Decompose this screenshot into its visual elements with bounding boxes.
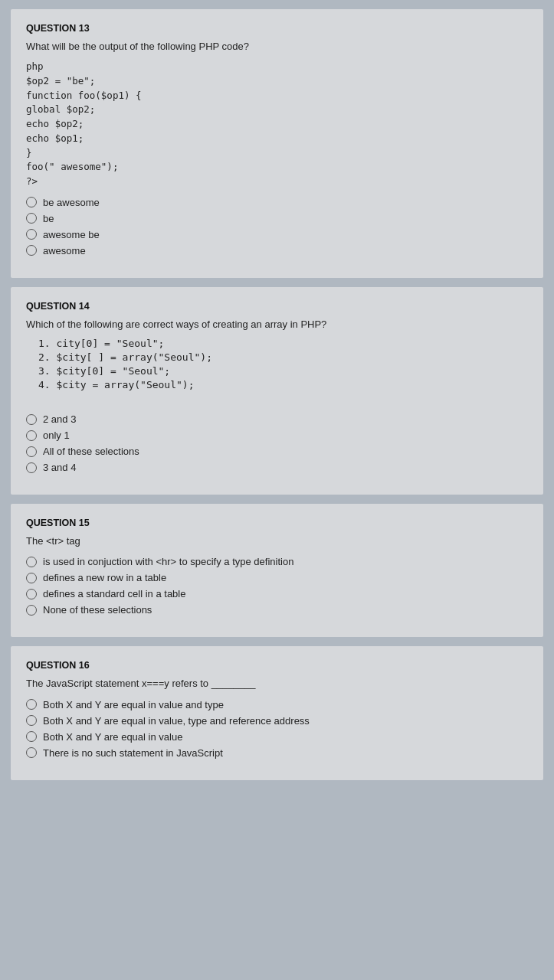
q15-option-1-label: is used in conjuction with <hr> to speci… [43, 556, 293, 567]
question-13-number: QUESTION 13 [26, 23, 528, 34]
q13-radio-3[interactable] [26, 229, 37, 240]
q16-option-3-label: Both X and Y are equal in value [43, 731, 182, 743]
question-14-card: QUESTION 14 Which of the following are c… [11, 287, 543, 495]
q14-radio-2[interactable] [26, 430, 37, 441]
question-15-text: The <tr> tag [26, 534, 528, 548]
q14-option-3-label: All of these selections [43, 446, 139, 457]
q16-option-3[interactable]: Both X and Y are equal in value [26, 731, 528, 743]
q15-option-3-label: defines a standard cell in a table [43, 588, 185, 599]
q15-option-1[interactable]: is used in conjuction with <hr> to speci… [26, 556, 528, 567]
q16-radio-1[interactable] [26, 699, 37, 710]
q16-option-4[interactable]: There is no such statement in JavaScript [26, 747, 528, 759]
question-13-text: What will be the output of the following… [26, 40, 528, 54]
q16-option-1[interactable]: Both X and Y are equal in value and type [26, 699, 528, 710]
q15-radio-3[interactable] [26, 589, 37, 599]
question-14-text: Which of the following are correct ways … [26, 318, 528, 332]
q14-divider [26, 398, 528, 406]
q15-option-4[interactable]: None of these selections [26, 604, 528, 616]
question-15-number: QUESTION 15 [26, 518, 528, 528]
q13-radio-2[interactable] [26, 213, 37, 224]
q13-option-2-label: be [43, 213, 54, 224]
question-13-card: QUESTION 13 What will be the output of t… [11, 9, 543, 278]
q15-radio-1[interactable] [26, 557, 37, 567]
q16-radio-3[interactable] [26, 731, 37, 742]
q16-option-2[interactable]: Both X and Y are equal in value, type an… [26, 715, 528, 727]
q16-radio-4[interactable] [26, 747, 37, 758]
q14-item-3: 3. $city[0] = "Seoul"; [38, 365, 528, 377]
question-16-number: QUESTION 16 [26, 660, 528, 671]
q15-radio-4[interactable] [26, 605, 37, 616]
question-15-card: QUESTION 15 The <tr> tag is used in conj… [11, 504, 543, 637]
q14-radio-3[interactable] [26, 446, 37, 457]
q14-option-4-label: 3 and 4 [43, 462, 76, 473]
question-15-options: is used in conjuction with <hr> to speci… [26, 556, 528, 616]
q13-radio-1[interactable] [26, 197, 37, 207]
q14-item-1: 1. city[0] = "Seoul"; [38, 338, 528, 349]
q16-radio-2[interactable] [26, 715, 37, 726]
q15-option-2[interactable]: defines a new row in a table [26, 572, 528, 583]
q14-option-3[interactable]: All of these selections [26, 446, 528, 457]
q14-option-1[interactable]: 2 and 3 [26, 413, 528, 425]
q13-option-4[interactable]: awesome [26, 245, 528, 256]
q14-item-2: 2. $city[ ] = array("Seoul"); [38, 351, 528, 363]
q13-option-4-label: awesome [43, 245, 86, 256]
q15-radio-2[interactable] [26, 573, 37, 583]
q14-item-4: 4. $city = array("Seoul"); [38, 379, 528, 390]
q15-option-4-label: None of these selections [43, 604, 152, 616]
q14-radio-1[interactable] [26, 414, 37, 425]
question-16-text: The JavaScript statement x===y refers to… [26, 677, 528, 691]
q14-option-1-label: 2 and 3 [43, 413, 76, 425]
question-14-numbered-list: 1. city[0] = "Seoul"; 2. $city[ ] = arra… [38, 338, 528, 390]
q16-option-2-label: Both X and Y are equal in value, type an… [43, 715, 310, 727]
q16-option-4-label: There is no such statement in JavaScript [43, 747, 223, 759]
question-13-code: php $op2 = "be"; function foo($op1) { gl… [26, 60, 528, 189]
q13-option-1[interactable]: be awesome [26, 197, 528, 208]
q15-option-3[interactable]: defines a standard cell in a table [26, 588, 528, 599]
q13-option-1-label: be awesome [43, 197, 100, 208]
question-14-options: 2 and 3 only 1 All of these selections 3… [26, 413, 528, 473]
q14-option-2[interactable]: only 1 [26, 430, 528, 441]
q14-radio-4[interactable] [26, 462, 37, 473]
q14-option-2-label: only 1 [43, 430, 70, 441]
question-13-options: be awesome be awesome be awesome [26, 197, 528, 256]
q13-option-2[interactable]: be [26, 213, 528, 224]
q14-option-4[interactable]: 3 and 4 [26, 462, 528, 473]
q13-option-3[interactable]: awesome be [26, 229, 528, 240]
question-14-number: QUESTION 14 [26, 301, 528, 312]
question-16-card: QUESTION 16 The JavaScript statement x==… [11, 646, 543, 779]
q15-option-2-label: defines a new row in a table [43, 572, 166, 583]
q13-radio-4[interactable] [26, 245, 37, 256]
q16-option-1-label: Both X and Y are equal in value and type [43, 699, 224, 710]
q13-option-3-label: awesome be [43, 229, 100, 240]
question-16-options: Both X and Y are equal in value and type… [26, 699, 528, 759]
